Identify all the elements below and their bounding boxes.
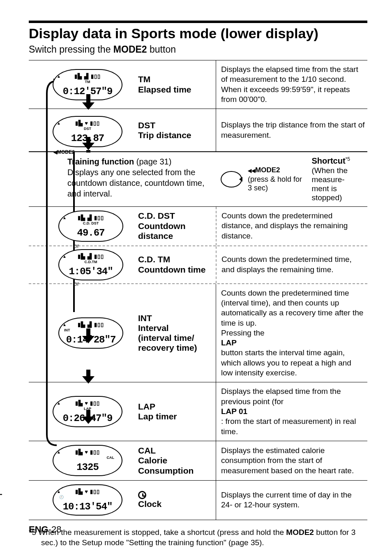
clock-desc: Displays the current time of day in the … [216, 481, 367, 520]
clock-label: Clock [138, 499, 213, 509]
cal-label: CAL [138, 446, 213, 456]
cddst-label: C.D. DST [138, 211, 213, 221]
int-label: INT [138, 313, 213, 323]
lcd-cal: ▲ ▮▙ ♥ ▮▯▯ CAL 1325 [53, 445, 122, 476]
cdtm-label: C.D. TM [138, 255, 213, 264]
tm-desc: Displays the elapsed time from the start… [216, 60, 367, 109]
cddst-desc: Counts down the predetermined distance, … [216, 207, 367, 245]
shortcut-sub: (When the measure-ment is stopped) [311, 166, 366, 202]
lcd-cdtm: ▲ ▮▙ ▟ ▮▯▯ C.D.TM 1:05'34" [58, 249, 123, 280]
dst-label: DST [138, 120, 213, 130]
lcd-clock: ▲ ▮▙ ♥ ▮▯▯ 🕘 10:13'54" [53, 484, 122, 516]
clock-icon [138, 491, 146, 499]
mode2-callback: ◀MODE2 [53, 149, 75, 155]
dst-desc: Displays the trip distance from the star… [216, 109, 367, 151]
footnote: *5 When the measurement is stopped, take… [29, 528, 367, 548]
subheading: Switch pressing the MODE2 button [29, 44, 367, 55]
lap-label: LAP [138, 402, 213, 412]
int-desc: Counts down the predetermined time (inte… [216, 284, 367, 382]
shortcut-oval-icon [221, 171, 242, 187]
tm-sublabel: Elapsed time [138, 85, 213, 95]
cal-desc: Displays the estimated calorie consumpti… [216, 441, 367, 480]
side-label: Sports mode [0, 436, 2, 504]
tm-label: TM [138, 74, 213, 84]
lap-desc: Displays the elapsed time from the previ… [216, 382, 367, 441]
page-number: ENG-28 [29, 524, 61, 535]
dst-sublabel: Trip distance [138, 130, 213, 140]
page-title: Display data in Sports mode (lower displ… [29, 25, 367, 42]
cdtm-desc: Counts down the predetermined time, and … [216, 246, 367, 283]
shortcut-title: Shortcut [311, 157, 345, 166]
press-hold-text: (press & hold for 3 sec) [248, 175, 306, 192]
lcd-cddst: ▲ ▮▙ ▟ ▮▯▯ C.D. DST 49.67 [58, 211, 123, 242]
